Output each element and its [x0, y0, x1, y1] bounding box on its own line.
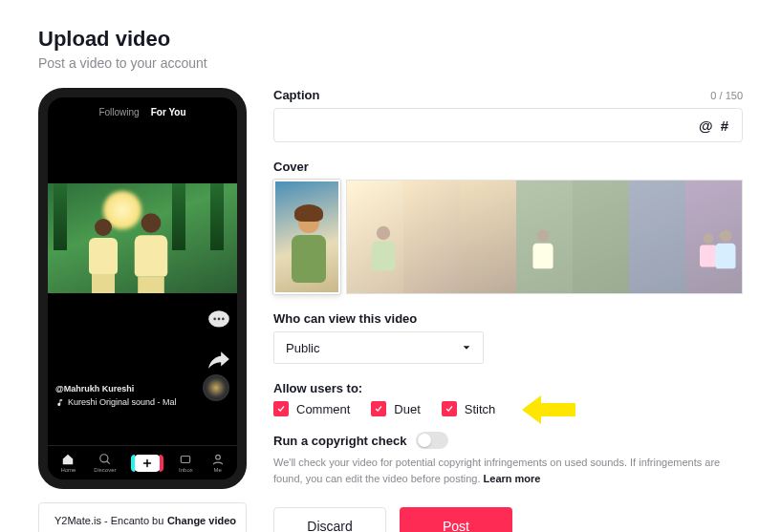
check-icon [276, 404, 286, 414]
cover-filmstrip[interactable] [346, 180, 743, 294]
nav-home: Home [60, 453, 76, 473]
copyright-helper: We'll check your video for potential cop… [273, 455, 743, 486]
svg-point-6 [215, 455, 220, 459]
privacy-label: Who can view this video [273, 311, 743, 326]
file-name: Y2Mate.is - Encanto bu... [54, 515, 163, 526]
page-title: Upload video [38, 27, 743, 52]
cover-label: Cover [273, 160, 309, 174]
highlight-arrow-icon [522, 394, 575, 426]
caption-input[interactable] [284, 118, 695, 133]
nav-create-icon [134, 455, 161, 472]
caption-input-wrapper: @ # [273, 108, 743, 142]
preview-sound: Kureshi Original sound - Mal [68, 397, 177, 407]
discard-button[interactable]: Discard [273, 507, 386, 532]
copyright-label: Run a copyright check [273, 434, 406, 448]
caption-counter: 0 / 150 [710, 90, 743, 101]
post-button[interactable]: Post [400, 507, 512, 532]
cover-selected-thumb[interactable] [273, 180, 340, 294]
share-arrow-icon [206, 348, 231, 372]
hashtag-button[interactable]: # [717, 117, 732, 134]
privacy-select[interactable]: Public [273, 331, 484, 364]
svg-point-1 [213, 318, 216, 321]
tab-foryou: For You [151, 107, 186, 117]
svg-point-2 [218, 318, 221, 321]
phone-preview: Following For You [38, 88, 247, 489]
copyright-toggle[interactable] [416, 432, 448, 449]
nav-inbox: Inbox [179, 453, 193, 473]
preview-username: @Mahrukh Kureshi [55, 384, 177, 394]
file-row: Y2Mate.is - Encanto bu... Change video [38, 502, 247, 532]
chevron-down-icon [462, 343, 471, 352]
comment-bubble-icon [206, 308, 231, 332]
svg-point-4 [100, 455, 108, 462]
change-video-link[interactable]: Change video [167, 515, 236, 526]
mention-button[interactable]: @ [695, 117, 717, 134]
check-icon [445, 404, 454, 414]
nav-me: Me [211, 453, 225, 473]
page-subtitle: Post a video to your account [38, 55, 743, 71]
video-frame [48, 183, 237, 293]
learn-more-link[interactable]: Learn more [484, 473, 541, 484]
check-icon [374, 404, 383, 414]
tab-following: Following [98, 107, 139, 117]
nav-discover: Discover [94, 453, 116, 473]
caption-label: Caption [273, 88, 319, 102]
music-note-icon [55, 398, 64, 407]
privacy-value: Public [286, 341, 319, 355]
allow-comment-checkbox[interactable]: Comment [273, 401, 350, 416]
allow-duet-checkbox[interactable]: Duet [371, 401, 420, 416]
sound-disc-icon [203, 374, 229, 401]
allow-stitch-checkbox[interactable]: Stitch [442, 401, 496, 416]
svg-rect-5 [182, 457, 190, 463]
svg-point-3 [222, 318, 225, 321]
allow-label: Allow users to: [273, 381, 743, 395]
